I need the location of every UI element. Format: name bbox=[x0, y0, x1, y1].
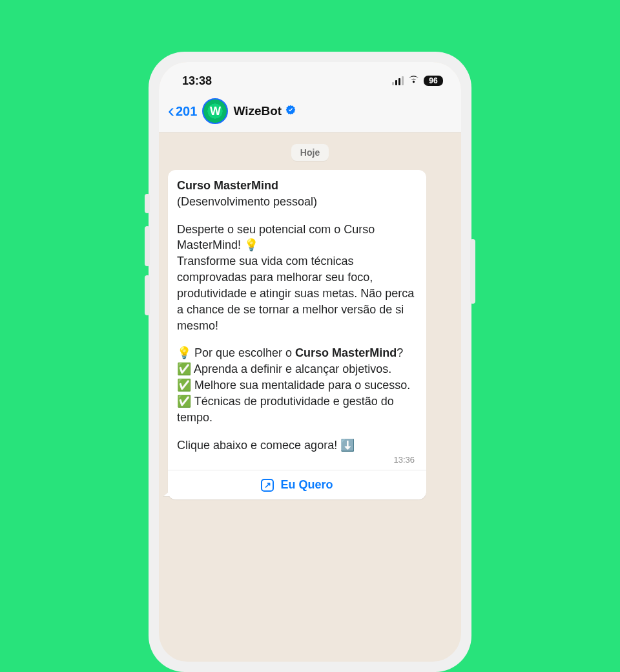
status-bar: 13:38 96 bbox=[159, 62, 461, 96]
message-action-button[interactable]: ↗ Eu Quero bbox=[168, 470, 426, 499]
phone-frame: 13:38 96 ‹ 201 W WizeBot bbox=[149, 52, 471, 672]
chat-title[interactable]: WizeBot bbox=[233, 104, 296, 118]
action-label: Eu Quero bbox=[280, 478, 333, 492]
contact-name: WizeBot bbox=[233, 104, 282, 118]
open-link-icon: ↗ bbox=[261, 479, 274, 492]
status-time: 13:38 bbox=[182, 74, 212, 88]
cta-line: Clique abaixo e comece agora! ⬇️ bbox=[177, 437, 417, 454]
message-intro-1: Desperte o seu potencial com o Curso Mas… bbox=[177, 222, 417, 254]
why-suffix: ? bbox=[397, 346, 403, 359]
verified-icon bbox=[285, 105, 296, 118]
back-count: 201 bbox=[176, 104, 197, 119]
bubble-tail bbox=[163, 491, 170, 496]
date-pill: Hoje bbox=[291, 144, 329, 161]
bullet-3: ✅ Técnicas de produtividade e gestão do … bbox=[177, 394, 417, 426]
chat-header: ‹ 201 W WizeBot bbox=[159, 96, 461, 132]
message-intro-2: Transforme sua vida com técnicas comprov… bbox=[177, 253, 417, 333]
cellular-icon bbox=[392, 76, 404, 85]
chevron-left-icon: ‹ bbox=[168, 101, 174, 120]
message-subtitle: (Desenvolvimento pessoal) bbox=[177, 194, 417, 210]
message-content: Curso MasterMind (Desenvolvimento pessoa… bbox=[168, 170, 426, 470]
bullet-2: ✅ Melhore sua mentalidade para o sucesso… bbox=[177, 377, 417, 394]
message-time: 13:36 bbox=[177, 454, 417, 466]
avatar-letter: W bbox=[210, 105, 221, 118]
why-bold: Curso MasterMind bbox=[295, 346, 397, 359]
why-prefix: 💡 Por que escolher o bbox=[177, 346, 295, 359]
back-button[interactable]: ‹ 201 bbox=[168, 103, 197, 120]
side-button bbox=[145, 275, 150, 315]
battery-indicator: 96 bbox=[424, 76, 443, 86]
message-bubble: Curso MasterMind (Desenvolvimento pessoa… bbox=[168, 170, 426, 499]
message-title: Curso MasterMind bbox=[177, 178, 417, 194]
phone-screen: 13:38 96 ‹ 201 W WizeBot bbox=[159, 62, 461, 662]
wifi-icon bbox=[408, 75, 420, 87]
side-button bbox=[470, 239, 475, 304]
side-button bbox=[145, 226, 150, 266]
side-button bbox=[145, 194, 150, 213]
chat-body[interactable]: Hoje Curso MasterMind (Desenvolvimento p… bbox=[159, 132, 461, 662]
avatar[interactable]: W bbox=[202, 98, 228, 124]
bullet-1: ✅ Aprenda a definir e alcançar objetivos… bbox=[177, 361, 417, 377]
status-indicators: 96 bbox=[392, 75, 443, 87]
